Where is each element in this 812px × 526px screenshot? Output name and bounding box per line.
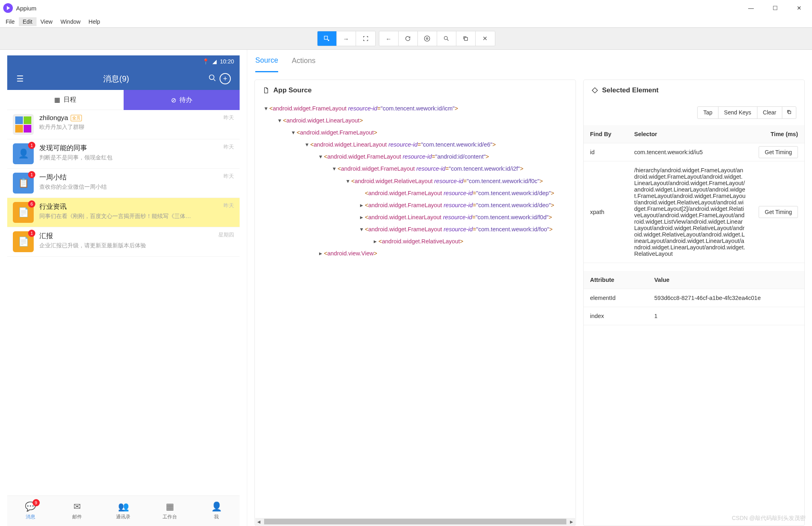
source-tree[interactable]: ▾<android.widget.FrameLayout resource-id… <box>255 101 576 518</box>
hamburger-icon[interactable]: ☰ <box>13 74 27 84</box>
tree-node[interactable]: ▾<android.widget.FrameLayout> <box>255 126 576 139</box>
window-titlebar: Appium — ☐ ✕ <box>0 0 812 16</box>
minimize-button[interactable]: — <box>739 0 763 16</box>
tree-arrow-icon[interactable]: ▾ <box>290 127 297 138</box>
nav-item[interactable]: ▦工作台 <box>147 496 193 526</box>
tree-arrow-icon[interactable]: ▾ <box>277 115 283 126</box>
selector-value: /hierarchy/android.widget.FrameLayout/an… <box>628 161 752 263</box>
tree-node[interactable]: ▾<android.widget.FrameLayout resource-id… <box>255 151 576 163</box>
tree-arrow-icon[interactable]: ▾ <box>331 163 338 174</box>
select-element-button[interactable] <box>317 31 337 46</box>
tree-node[interactable]: ▸<android.widget.RelativeLayout> <box>255 235 576 247</box>
avatar: 📋1 <box>13 173 34 194</box>
add-icon[interactable]: + <box>220 73 234 84</box>
recording-button[interactable] <box>418 31 437 46</box>
nav-icon: 👥 <box>118 502 129 512</box>
tree-node[interactable]: ▸<android.widget.FrameLayout resource-id… <box>255 199 576 211</box>
bottom-nav: 💬消息9✉邮件👥通讯录▦工作台👤我 <box>7 495 240 526</box>
copy-element-button[interactable] <box>782 106 796 119</box>
tree-arrow-icon[interactable]: ▸ <box>372 236 379 247</box>
attr-key: elementId <box>584 289 648 307</box>
chat-time: 昨天 <box>224 143 234 151</box>
chat-item[interactable]: zhilongya全员欧丹丹加入了群聊昨天 <box>7 110 240 139</box>
back-button[interactable]: ← <box>379 31 399 46</box>
menu-view[interactable]: View <box>37 17 57 26</box>
tree-node[interactable]: ▾<android.widget.FrameLayout resource-id… <box>255 102 576 114</box>
menu-help[interactable]: Help <box>85 17 104 26</box>
tab-actions[interactable]: Actions <box>292 50 315 71</box>
nav-item[interactable]: 👤我 <box>193 496 240 526</box>
chat-item[interactable]: 📄6行业资讯同事们在看《刚刚，百度文心一言揭开面纱！能续写《三体…昨天 <box>7 198 240 227</box>
table-row: elementId593d6cc8-8271-46cf-a1be-4fc32ea… <box>584 289 804 307</box>
search-button[interactable] <box>437 31 456 46</box>
file-icon <box>263 87 269 94</box>
inspector-tabs: Source Actions <box>247 50 583 72</box>
tree-node[interactable]: ▾<android.widget.RelativeLayout resource… <box>255 175 576 187</box>
menu-window[interactable]: Window <box>57 17 85 26</box>
tree-arrow-icon[interactable]: ▾ <box>358 224 365 234</box>
svg-point-2 <box>444 37 448 40</box>
nav-icon: 👤 <box>211 502 222 512</box>
get-timing-button[interactable]: Get Timing <box>759 146 798 158</box>
get-timing-button[interactable]: Get Timing <box>759 206 798 218</box>
menu-edit[interactable]: Edit <box>19 17 37 26</box>
tree-node[interactable]: ▾<android.widget.FrameLayout resource-id… <box>255 163 576 175</box>
badge: 1 <box>28 142 35 149</box>
tree-arrow-icon[interactable]: ▸ <box>358 212 365 222</box>
badge: 6 <box>28 200 35 208</box>
tap-coords-button[interactable] <box>356 31 375 46</box>
nav-item[interactable]: 👥通讯录 <box>100 496 147 526</box>
avatar: 📄1 <box>13 231 34 252</box>
close-button[interactable]: ✕ <box>787 0 811 16</box>
clear-button[interactable]: Clear <box>757 106 782 119</box>
tree-node[interactable]: ▸<android.view.View> <box>255 247 576 259</box>
horizontal-scrollbar[interactable]: ◀ ▶ <box>255 518 575 525</box>
tree-node[interactable]: ▾<android.widget.LinearLayout resource-i… <box>255 139 576 151</box>
badge: 1 <box>28 230 35 237</box>
tree-arrow-icon[interactable]: ▾ <box>317 151 324 162</box>
quit-button[interactable]: ✕ <box>476 31 495 46</box>
tree-arrow-icon[interactable]: ▸ <box>317 248 324 259</box>
attr-value: 593d6cc8-8271-46cf-a1be-4fc32ea4c01e <box>648 289 804 307</box>
table-row: xpath/hierarchy/android.widget.FrameLayo… <box>584 161 804 263</box>
swipe-button[interactable]: → <box>337 31 356 46</box>
chat-list[interactable]: zhilongya全员欧丹丹加入了群聊昨天👤1发现可能的同事判断是不是同事，领现… <box>7 110 240 495</box>
tree-arrow-icon[interactable]: ▾ <box>304 139 310 150</box>
maximize-button[interactable]: ☐ <box>763 0 787 16</box>
tree-arrow-icon[interactable]: ▾ <box>263 103 269 114</box>
nav-label: 消息 <box>26 514 35 520</box>
refresh-button[interactable] <box>399 31 418 46</box>
wifi-icon: ◢ <box>212 58 217 65</box>
tree-node[interactable]: <android.widget.FrameLayout resource-id=… <box>255 187 576 199</box>
subtab-todo[interactable]: ⊘ 待办 <box>124 90 240 110</box>
tap-button[interactable]: Tap <box>697 106 718 119</box>
send-keys-button[interactable]: Send Keys <box>718 106 757 119</box>
menu-file[interactable]: File <box>2 17 19 26</box>
tree-node[interactable]: ▸<android.widget.LinearLayout resource-i… <box>255 211 576 223</box>
device-appbar[interactable]: ☰ 消息(9) + <box>7 67 240 90</box>
copy-button[interactable] <box>456 31 476 46</box>
chat-item[interactable]: 📋1一周小结查收你的企业微信一周小结昨天 <box>7 169 240 198</box>
chat-title: 一周小结 <box>39 173 67 182</box>
subtab-schedule[interactable]: ▦ 日程 <box>7 90 124 110</box>
device-screenshot-panel: 📍 ◢ 10:20 ☰ 消息(9) + ▦ 日程 ⊘ 待办 <box>0 50 247 526</box>
check-icon: ⊘ <box>171 96 176 104</box>
nav-item[interactable]: 💬消息9 <box>7 496 54 526</box>
calendar-icon: ▦ <box>54 96 60 104</box>
nav-item[interactable]: ✉邮件 <box>54 496 100 526</box>
svg-point-1 <box>426 38 428 39</box>
nav-icon: ▦ <box>166 502 174 512</box>
chat-item[interactable]: 📄1汇报企业汇报已升级，请更新至最新版本后体验星期四 <box>7 227 240 257</box>
chat-subtitle: 判断是不是同事，领现金红包 <box>39 154 234 161</box>
findby-key: xpath <box>584 161 628 263</box>
tree-node[interactable]: ▾<android.widget.FrameLayout resource-id… <box>255 223 576 235</box>
search-icon[interactable] <box>205 74 220 84</box>
attr-key: index <box>584 307 648 325</box>
avatar: 📄6 <box>13 202 34 223</box>
tree-arrow-icon[interactable]: ▸ <box>358 200 365 210</box>
tree-arrow-icon[interactable]: ▾ <box>345 176 351 186</box>
tree-node[interactable]: ▾<android.widget.LinearLayout> <box>255 114 576 126</box>
chat-item[interactable]: 👤1发现可能的同事判断是不是同事，领现金红包昨天 <box>7 139 240 169</box>
tab-source[interactable]: Source <box>255 50 278 72</box>
badge: 1 <box>28 171 35 178</box>
